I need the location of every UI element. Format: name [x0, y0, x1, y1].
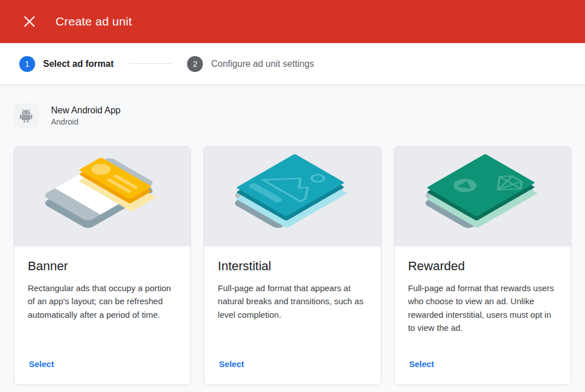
ad-format-cards: Banner Rectangular ads that occupy a por… [14, 146, 571, 385]
card-body: Banner Rectangular ads that occupy a por… [14, 246, 190, 385]
banner-phone-illustration [14, 147, 190, 246]
create-ad-unit-header: Create ad unit [0, 0, 585, 43]
create-ad-unit-page: { "header": { "title": "Create ad unit" … [0, 0, 585, 392]
card-interstitial: Interstitial Full-page ad format that ap… [204, 146, 381, 385]
app-meta: New Android App Android [51, 105, 121, 126]
app-platform: Android [51, 117, 121, 126]
card-rewarded: Rewarded Full-page ad format that reward… [394, 146, 571, 385]
step-number-badge: 1 [19, 56, 35, 72]
card-banner: Banner Rectangular ads that occupy a por… [14, 146, 191, 385]
page-title: Create ad unit [56, 15, 132, 28]
card-body: Interstitial Full-page ad format that ap… [204, 246, 380, 385]
card-title: Banner [28, 259, 177, 274]
card-description: Full-page ad format that appears at natu… [218, 282, 367, 321]
card-description: Rectangular ads that occupy a portion of… [28, 282, 177, 321]
close-icon [23, 15, 36, 28]
stepper-connector-line [129, 63, 171, 64]
stepper: 1 Select ad format 2 Configure ad unit s… [0, 43, 585, 85]
card-title: Interstitial [218, 259, 367, 274]
step-configure-ad-unit-settings: 2 Configure ad unit settings [187, 56, 313, 72]
rewarded-phone-illustration [395, 147, 571, 246]
select-rewarded-button[interactable]: Select [408, 357, 435, 371]
step-label: Select ad format [43, 59, 113, 69]
step-select-ad-format: 1 Select ad format [19, 56, 113, 72]
card-title: Rewarded [408, 259, 557, 274]
step-label: Configure ad unit settings [211, 59, 313, 69]
content-area: New Android App Android [0, 103, 585, 385]
card-body: Rewarded Full-page ad format that reward… [395, 246, 571, 385]
close-button[interactable] [19, 11, 40, 32]
app-info-row: New Android App Android [14, 103, 571, 128]
step-number-badge: 2 [187, 56, 203, 72]
android-robot-icon [19, 108, 33, 123]
select-interstitial-button[interactable]: Select [218, 357, 245, 371]
select-banner-button[interactable]: Select [28, 357, 55, 371]
app-name: New Android App [51, 105, 121, 116]
interstitial-phone-illustration [204, 147, 380, 246]
card-description: Full-page ad format that rewards users w… [408, 282, 557, 334]
app-icon [14, 103, 39, 128]
